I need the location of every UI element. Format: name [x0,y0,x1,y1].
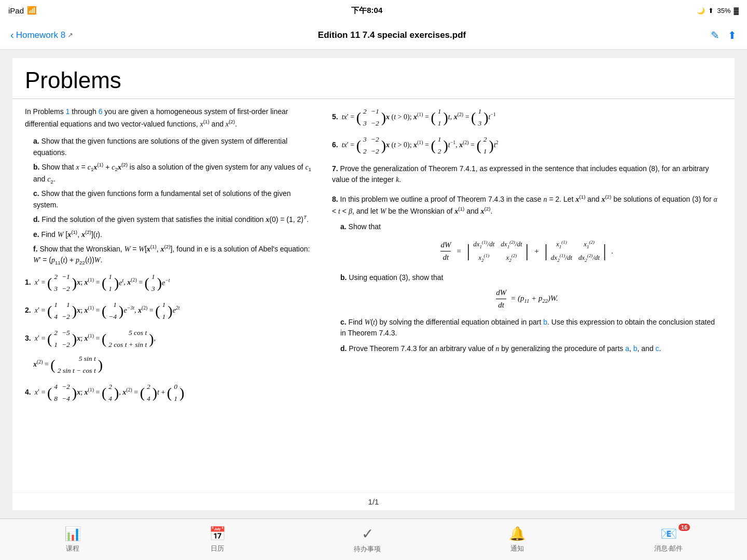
problem-3: 3. x′ = ( 2−51−2 ) x; x(1) = ( 5 cos t2 … [25,328,315,351]
prob5-x2: ( 13 ) [471,106,488,129]
prob4-num: 4. [25,388,31,396]
prob3-matrix-a: ( 2−51−2 ) [47,328,77,351]
problem-5: 5. tx′ = ( 2−13−2 ) x (t > 0); x(1) = ( … [332,106,722,129]
share-icon[interactable]: ⬆ [728,29,737,41]
prob4-matrix-a: ( 4−28−4 ) [47,382,77,404]
link-b2[interactable]: b [633,344,638,353]
sub-label-a: a. [33,137,39,145]
status-right: 🌙 ⬆ 35% ▓ [697,7,739,15]
content-area: Problems In Problems 1 through 6 you are… [12,58,735,510]
nav-bar: ‹ Homework 8 ↗ Edition 11 7.4 special ex… [0,21,747,50]
prob6-x1: ( 12 ) [431,134,448,157]
tab-bar: 📊 课程 📅 日历 ✓ 待办事项 🔔 通知 📧 消息·邮件 16 [0,519,747,560]
tab-courses-label: 课程 [66,544,79,553]
tab-messages-label: 消息·邮件 [654,544,683,553]
back-chevron-icon: ‹ [10,29,14,41]
tab-courses[interactable]: 📊 课程 [64,526,81,553]
prob2-x2: ( 11 ) [155,300,172,323]
sub-label-e: e. [33,230,39,238]
link-6[interactable]: 6 [99,107,103,116]
prob2-num: 2. [25,306,31,314]
sub-item-b: b. Show that x = c1x(1) + c2x(2) is also… [33,161,315,186]
prob4-x1: ( 24 ) [102,382,119,404]
sub-label-c: c. [33,189,39,198]
prob5-num: 5. [332,113,338,121]
sub-item-e: e. Find W [x(1), x(2)](t). [33,228,315,240]
bell-icon: 🔔 [509,526,525,542]
tab-todo[interactable]: ✓ 待办事项 [354,525,381,554]
battery-icon: ▓ [734,7,739,15]
prob8-b: b. Using equation (3), show that [340,272,722,284]
mail-icon: 📧 [660,526,677,542]
nav-right[interactable]: ✎ ⬆ [711,29,737,41]
back-label[interactable]: Homework 8 [16,30,65,40]
prob3-x1: ( 5 cos t2 cos t + sin t ) [102,328,154,351]
check-icon: ✓ [362,525,374,542]
device-label: iPad [8,6,24,15]
prob5-matrix-a: ( 2−13−2 ) [356,106,386,129]
battery-label: 35% [717,7,730,15]
calendar-icon: 📅 [209,526,226,542]
tab-notifications-label: 通知 [510,544,524,553]
tab-notifications[interactable]: 🔔 通知 [509,526,525,553]
tab-todo-label: 待办事项 [354,544,381,554]
link-1[interactable]: 1 [66,107,70,116]
link-b[interactable]: b [543,318,547,326]
intro-paragraph: In Problems 1 through 6 you are given a … [25,106,315,130]
prob2-matrix-a: ( 114−2 ) [47,300,77,323]
tab-messages[interactable]: 📧 消息·邮件 16 [654,526,683,553]
problem-2: 2. x′ = ( 114−2 ) x; x(1) = ( 1−4 ) e−3t… [25,300,315,323]
sub-label-b: b. [33,163,39,171]
prob8-d: d. Prove Theorem 7.4.3 for an arbitrary … [340,343,722,355]
prob1-matrix-a: ( 2−13−2 ) [47,272,77,295]
prob8-num: 8. [332,195,338,203]
sub-label-f: f. [33,245,38,253]
page-number: 1/1 [12,493,735,510]
problem-4: 4. x′ = ( 4−28−4 ) x; x(1) = ( 24 ) , x(… [25,382,315,404]
prob7-num: 7. [332,164,338,173]
prob8d-label: d. [340,344,347,353]
courses-icon: 📊 [64,526,81,542]
nav-arrow-icon: ↗ [67,31,73,39]
page-title: Problems [12,58,735,99]
prob4-x2-const: ( 01 ) [167,382,184,404]
wifi-icon: 📶 [27,6,37,15]
tab-calendar[interactable]: 📅 日历 [209,526,226,553]
sub-item-f: f. Show that the Wronskian, W = W[x(1), … [33,243,315,267]
sub-items: a. Show that the given functions are sol… [33,136,315,267]
prob8b-label: b. [340,273,347,282]
right-column: 5. tx′ = ( 2−13−2 ) x (t > 0); x(1) = ( … [332,106,722,485]
sub-label-d: d. [33,215,39,223]
problem-3-x2: x(2) = ( 5 sin t2 sin t − cos t ) [33,354,315,376]
problem-6: 6. tx′ = ( 3−22−2 ) x (t > 0); x(1) = ( … [332,134,722,157]
dw-eq-b: dW dt = (p11 + p22)W. [332,287,722,312]
prob8a-label: a. [340,222,347,231]
dw-formula: dW dt = | dx1(1)/dt dx1(2)/dt x2(1) x2(2… [332,236,722,266]
left-column: In Problems 1 through 6 you are given a … [25,106,315,485]
main-layout: In Problems 1 through 6 you are given a … [12,99,735,493]
link-a2[interactable]: a [625,344,629,353]
status-time: 下午8:04 [351,6,382,16]
prob5-x1: ( 11 ) [431,106,448,129]
problem-1: 1. x′ = ( 2−13−2 ) x; x(1) = ( 11 ) et, … [25,272,315,295]
nav-left[interactable]: ‹ Homework 8 ↗ [10,29,73,41]
prob3-num: 3. [25,334,31,342]
edit-icon[interactable]: ✎ [711,29,720,41]
sub-item-d: d. Find the solution of the given system… [33,213,315,225]
prob8-a: a. Show that [340,221,722,233]
prob6-num: 6. [332,141,338,149]
prob6-matrix-a: ( 3−22−2 ) [356,134,386,157]
prob8-c: c. Find W(t) by solving the differential… [340,317,722,339]
status-bar: iPad 📶 下午8:04 🌙 ⬆ 35% ▓ [0,0,747,21]
prob2-x1: ( 1−4 ) [102,300,124,323]
sub-item-c: c. Show that the given functions form a … [33,188,315,211]
prob1-x2: ( 13 ) [145,272,162,295]
moon-icon: 🌙 [697,7,705,15]
link-c2[interactable]: c [656,344,659,353]
prob6-x2: ( 21 ) [476,134,493,157]
tab-calendar-label: 日历 [211,544,224,553]
prob8c-label: c. [340,318,347,326]
messages-badge: 16 [679,524,690,531]
sub-item-a: a. Show that the given functions are sol… [33,136,315,158]
location-icon: ⬆ [708,7,714,15]
